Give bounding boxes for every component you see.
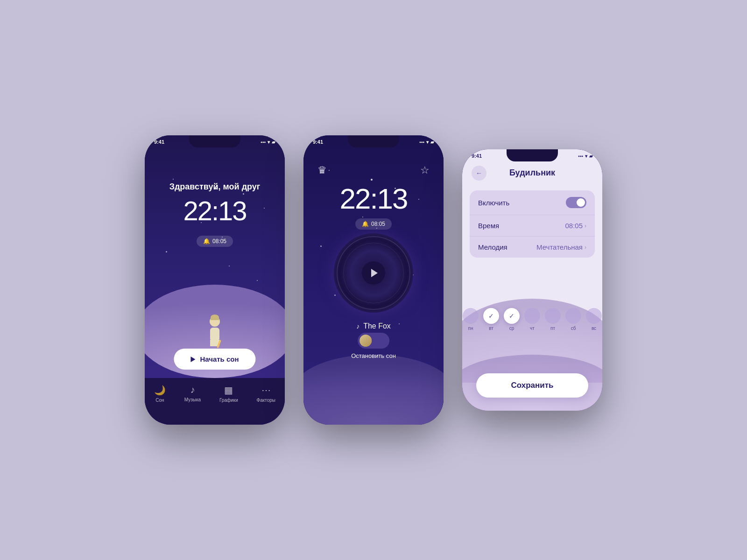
- stop-sleep-control: Остановить сон: [351, 333, 396, 359]
- time-value: 08:05: [565, 222, 583, 230]
- status-icons: ▪▪▪ ▾ ▰: [261, 140, 275, 145]
- sleep-nav-icon: 🌙: [154, 385, 166, 396]
- melody-row[interactable]: Мелодия Мечтательная ›: [470, 237, 595, 258]
- days-selector: пн ✓ вт ✓ ср чт пт: [462, 289, 602, 331]
- music-nav-icon: ♪: [190, 385, 195, 395]
- nav-sleep[interactable]: 🌙 Сон: [154, 385, 166, 403]
- song-name: ♪ The Fox: [303, 322, 444, 330]
- day-wed-label: ср: [509, 326, 514, 331]
- start-sleep-button[interactable]: Начать сон: [174, 349, 255, 370]
- days-row: пн ✓ вт ✓ ср чт пт: [462, 289, 602, 331]
- phone2-status-bar: 9:41 ▪▪▪ ▾ ▰: [313, 139, 434, 145]
- phone2-current-time: 22:13: [303, 182, 444, 215]
- phone2-alarm-time: 08:05: [371, 221, 385, 227]
- signal-icon: ▪▪▪: [261, 140, 266, 145]
- alarm-settings-card: Включить Время 08:05 › Мелодия Мечтатель…: [470, 190, 595, 258]
- day-thu[interactable]: чт: [524, 308, 540, 331]
- alarm-time: 08:05: [212, 238, 226, 245]
- melody-value-wrap: Мечтательная ›: [536, 243, 586, 251]
- day-mon-dot: [463, 308, 479, 324]
- phone-2: 9:41 ▪▪▪ ▾ ▰ ♛ ☆ 22:13 🔔 08:05 ♪ The Fox: [303, 135, 444, 425]
- phone2-alarm-badge: 🔔 08:05: [355, 218, 392, 230]
- stop-toggle-switch[interactable]: [358, 333, 389, 349]
- day-sun-dot: [586, 308, 602, 324]
- wifi-icon: ▾: [268, 140, 270, 145]
- phone3-status-icons: ▪▪▪ ▾ ▰: [578, 154, 593, 159]
- alarm-header: ← Будильник: [462, 168, 602, 178]
- day-tue-label: вт: [489, 326, 493, 331]
- nav-charts[interactable]: ▦ Графики: [219, 385, 238, 403]
- save-label: Сохранить: [511, 381, 553, 390]
- day-thu-label: чт: [530, 326, 535, 331]
- enable-row: Включить: [470, 190, 595, 215]
- day-tue-dot: ✓: [483, 308, 499, 324]
- little-prince-figure: [201, 309, 229, 346]
- day-tue[interactable]: ✓ вт: [483, 308, 499, 331]
- greeting-text: Здравствуй, мой друг: [145, 182, 285, 192]
- phone2-status-time: 9:41: [313, 139, 323, 145]
- time-row[interactable]: Время 08:05 ›: [470, 215, 595, 237]
- phone3-battery: ▰: [589, 154, 593, 159]
- vinyl-player[interactable]: [334, 233, 413, 313]
- day-wed[interactable]: ✓ ср: [504, 308, 520, 331]
- back-button[interactable]: ←: [472, 166, 486, 181]
- day-wed-dot: ✓: [504, 308, 520, 324]
- song-title: The Fox: [363, 322, 391, 330]
- toggle-thumb: [359, 335, 372, 347]
- charts-nav-icon: ▦: [224, 385, 233, 396]
- day-sat-label: сб: [571, 326, 576, 331]
- music-nav-label: Музыка: [184, 397, 201, 402]
- phone3-signal: ▪▪▪: [578, 154, 583, 159]
- current-time: 22:13: [145, 195, 285, 226]
- phone-3: 9:41 ▪▪▪ ▾ ▰ ← Будильник Включить Время …: [462, 149, 602, 411]
- day-mon-label: пн: [468, 326, 473, 331]
- stop-sleep-label: Остановить сон: [351, 352, 396, 359]
- time-value-wrap: 08:05 ›: [565, 222, 586, 230]
- day-fri[interactable]: пт: [545, 308, 561, 331]
- alarm-title: Будильник: [509, 168, 555, 178]
- day-sun[interactable]: вс: [586, 308, 602, 331]
- status-time: 9:41: [154, 139, 164, 145]
- save-button[interactable]: Сохранить: [476, 373, 588, 398]
- phone2-alarm-icon: 🔔: [362, 221, 369, 227]
- phone2-status-icons: ▪▪▪ ▾ ▰: [419, 140, 434, 145]
- day-sat[interactable]: сб: [565, 308, 581, 331]
- factors-nav-icon: ⋯: [261, 385, 271, 396]
- melody-label: Мелодия: [478, 243, 507, 251]
- alarm-icon: 🔔: [203, 238, 210, 245]
- time-label: Время: [478, 222, 499, 230]
- battery-icon: ▰: [272, 140, 275, 145]
- time-chevron: ›: [585, 223, 586, 229]
- phone2-battery: ▰: [430, 140, 434, 145]
- alarm-badge: 🔔 08:05: [197, 236, 233, 247]
- day-fri-dot: [545, 308, 561, 324]
- nav-music[interactable]: ♪ Музыка: [184, 385, 201, 402]
- status-bar: 9:41 ▪▪▪ ▾ ▰: [154, 139, 275, 145]
- day-fri-label: пт: [550, 326, 555, 331]
- phone2-signal: ▪▪▪: [419, 140, 424, 145]
- phone-1: 9:41 ▪▪▪ ▾ ▰ Здравствуй, мой друг 22:13 …: [145, 135, 285, 425]
- vinyl-disc: [334, 233, 413, 313]
- vinyl-ring-inner: [343, 243, 404, 303]
- start-sleep-label: Начать сон: [200, 355, 239, 363]
- day-sat-dot: [565, 308, 581, 324]
- music-note-icon: ♪: [356, 322, 359, 330]
- charts-nav-label: Графики: [219, 398, 238, 403]
- play-icon: [190, 357, 195, 362]
- factors-nav-label: Факторы: [257, 398, 275, 403]
- bottom-navigation: 🌙 Сон ♪ Музыка ▦ Графики ⋯ Факторы: [145, 378, 285, 425]
- crown-icon: ♛: [317, 164, 327, 176]
- phone2-hill: [303, 355, 444, 425]
- phone3-status-bar: 9:41 ▪▪▪ ▾ ▰: [472, 153, 593, 159]
- toggle-thumb-enable: [577, 198, 585, 207]
- day-mon[interactable]: пн: [463, 308, 479, 331]
- day-sun-label: вс: [592, 326, 596, 331]
- enable-label: Включить: [478, 199, 509, 207]
- nav-factors[interactable]: ⋯ Факторы: [257, 385, 275, 403]
- enable-toggle[interactable]: [566, 197, 586, 208]
- bookmark-star-icon: ☆: [420, 164, 430, 176]
- day-thu-dot: [524, 308, 540, 324]
- toggle-face: [359, 335, 372, 347]
- sleep-nav-label: Сон: [155, 398, 164, 403]
- melody-value: Мечтательная: [536, 243, 583, 251]
